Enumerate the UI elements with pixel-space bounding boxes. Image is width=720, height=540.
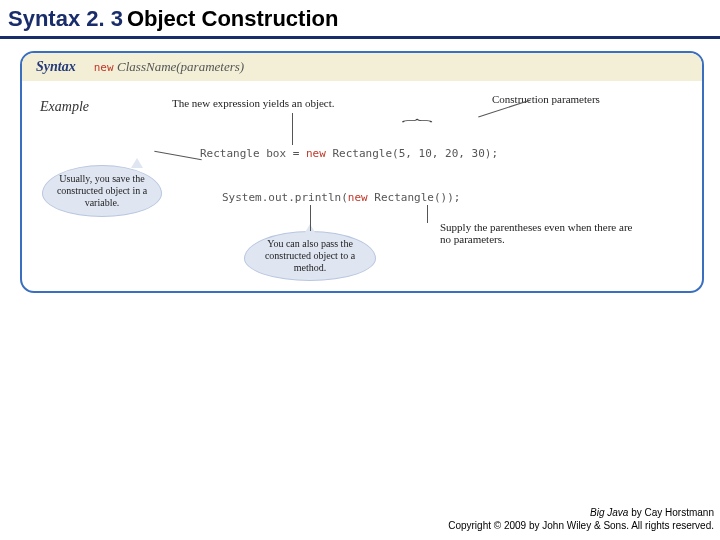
syntax-bar: Syntax new ClassName(parameters) xyxy=(22,53,702,81)
example-label: Example xyxy=(40,99,89,115)
annotation-bottomright: Supply the parentheses even when there a… xyxy=(440,221,640,245)
syntax-form: ClassName(parameters) xyxy=(117,59,244,74)
callout-left: Usually, you save the constructed object… xyxy=(42,165,162,217)
footer-book: Big Java xyxy=(590,507,628,518)
syntax-panel: Syntax new ClassName(parameters) Example… xyxy=(20,51,704,293)
slide-header: Syntax 2. 3 Object Construction xyxy=(0,0,720,39)
annotation-top: The new expression yields an object. xyxy=(172,97,335,109)
brace-icon: ⏞ xyxy=(402,117,433,138)
callout-tail-icon xyxy=(131,158,143,168)
syntax-keyword: new xyxy=(94,61,114,74)
pointer-line xyxy=(310,205,311,231)
annotation-topright: Construction parameters xyxy=(492,93,600,105)
pointer-line xyxy=(154,151,201,160)
code-line-2: System.out.println(new Rectangle()); xyxy=(222,191,460,204)
code-line-1: Rectangle box = new Rectangle(5, 10, 20,… xyxy=(200,147,498,160)
footer: Big Java by Cay Horstmann Copyright © 20… xyxy=(448,506,714,532)
header-prefix: Syntax 2. 3 xyxy=(8,6,123,31)
pointer-line xyxy=(292,113,293,145)
callout-left-text: Usually, you save the constructed object… xyxy=(51,173,153,209)
footer-copyright: Copyright © 2009 by John Wiley & Sons. A… xyxy=(448,519,714,532)
callout-bottom-text: You can also pass the constructed object… xyxy=(253,238,367,274)
pointer-line xyxy=(427,205,428,223)
footer-byline: by Cay Horstmann xyxy=(628,507,714,518)
callout-bottom: You can also pass the constructed object… xyxy=(244,231,376,281)
syntax-label: Syntax xyxy=(36,59,76,75)
header-title: Object Construction xyxy=(127,6,338,31)
